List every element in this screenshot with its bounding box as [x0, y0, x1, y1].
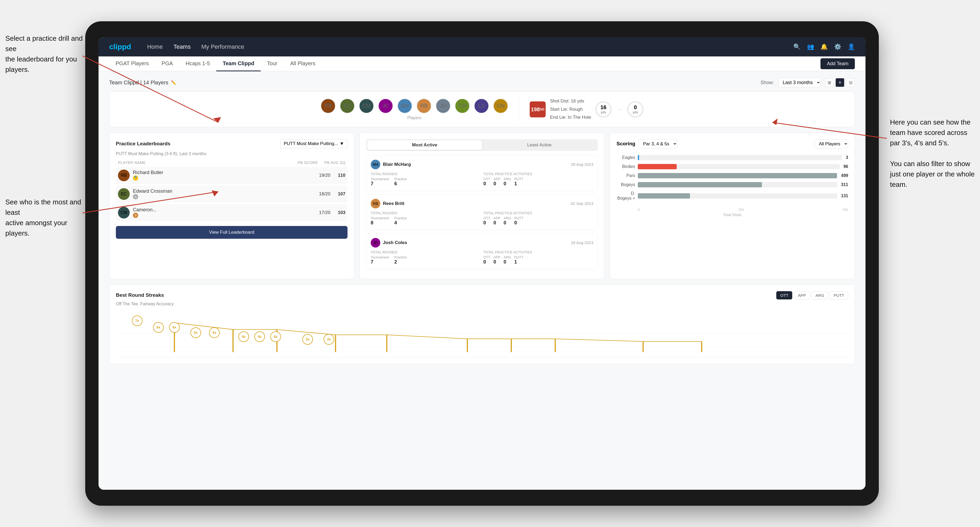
streak-btn-app[interactable]: APP [794, 291, 810, 300]
par-date-1: 26 Aug 2023 [571, 162, 593, 167]
player-avatar-10[interactable]: GN [493, 98, 508, 113]
player-avatar-7[interactable]: JH [436, 98, 450, 113]
player-avatar-5[interactable]: BM [397, 98, 412, 113]
brand-logo[interactable]: clippd [109, 43, 131, 51]
nav-my-performance[interactable]: My Performance [201, 43, 244, 50]
stats-grid-3: Total Rounds Tournament7 Practice2 Total… [371, 250, 593, 265]
bar-value-birdies: 96 [843, 164, 848, 169]
par-header-3: JC Josh Coles 26 Aug 2023 [371, 238, 593, 248]
player-avatars: RB EC CM JC BM RB JH TW LS GN [321, 98, 508, 113]
dist-circle-1: 16 yds [595, 102, 611, 117]
streak-btn-putt[interactable]: PUTT [830, 291, 848, 300]
players-section: RB EC CM JC BM RB JH TW LS GN Players [321, 98, 508, 120]
bar-fill-eagles [638, 155, 639, 160]
subnav-pga[interactable]: PGA [155, 56, 179, 71]
streaks-filter-btns: OTT APP ARG PUTT [776, 291, 848, 300]
lb-panel-header: Practice Leaderboards PUTT Must Make Put… [116, 139, 347, 148]
streak-dot-7: 4x [254, 332, 265, 342]
dist-circle-2: 0 yds [627, 102, 643, 117]
subnav-team-clippd[interactable]: Team Clippd [216, 56, 261, 71]
lb-avatar-2: EC [118, 188, 130, 200]
search-icon[interactable]: 🔍 [793, 43, 800, 50]
lb-player-row-2[interactable]: EC Edward Crossman ② 18/20 107 [116, 186, 347, 203]
list-view-icon[interactable]: ≡ [836, 78, 844, 87]
subnav-tour[interactable]: Tour [261, 56, 284, 71]
team-header: Team Clippd | 14 Players ✏️ Show: Last 3… [109, 78, 855, 87]
add-team-button[interactable]: Add Team [821, 58, 855, 69]
lb-avg-3: 103 [338, 210, 345, 215]
par-name-3: Josh Coles [383, 240, 407, 245]
player-avatar-8[interactable]: TW [455, 98, 470, 113]
player-avatar-3[interactable]: CM [359, 98, 374, 113]
stat-practice-3: Total Practice Activities OTT0 APP0 ARG0… [483, 250, 593, 265]
team-controls: Show: Last 3 months ⊞ ≡ ⊟ [760, 78, 855, 87]
subnav-hcaps[interactable]: Hcaps 1-5 [179, 56, 216, 71]
subnav-pgat[interactable]: PGAT Players [109, 56, 155, 71]
scoring-player-filter[interactable]: All Players [815, 139, 848, 149]
settings-icon[interactable]: ⚙️ [834, 43, 841, 50]
lb-name-2: Edward Crossman [133, 189, 316, 194]
lb-player-row-3[interactable]: CM Cameron... ③ 17/20 103 [116, 204, 347, 221]
lb-dropdown[interactable]: PUTT Must Make Putting... ▼ [280, 139, 347, 148]
scoring-par-filter[interactable]: Par 3, 4 & 5s [639, 139, 677, 149]
player-avatar-9[interactable]: LS [474, 98, 489, 113]
player-avatar-1[interactable]: RB [321, 98, 336, 113]
view-full-leaderboard-button[interactable]: View Full Leaderboard [116, 226, 347, 239]
tablet-frame: clippd Home Teams My Performance 🔍 👥 🔔 ⚙… [85, 21, 879, 506]
nav-teams[interactable]: Teams [173, 43, 191, 50]
streak-dot-8: 4x [270, 332, 281, 342]
par-name-1: Blair McHarg [383, 162, 411, 167]
user-icon[interactable]: 👤 [848, 43, 855, 50]
shot-distances: 16 yds → 0 yds [595, 102, 643, 117]
lb-title: Practice Leaderboards [116, 141, 170, 147]
par-avatar-2: RB [371, 199, 380, 208]
bar-row-pars: Pars 499 [616, 173, 848, 178]
lb-avg-2: 107 [338, 191, 345, 197]
annotation-left-bottom: See who is the most and leastactive amon… [5, 197, 85, 238]
medal-bronze-3: ③ [133, 213, 138, 218]
activity-row-3: JC Josh Coles 26 Aug 2023 Total Rounds T… [366, 233, 598, 269]
par-player-2: RB Rees Britt [371, 199, 404, 208]
bar-label-bogeys: Bogeys [616, 182, 635, 187]
lb-subtitle: PUTT Must Make Putting (3-6 ft), Last 3 … [116, 151, 347, 156]
nav-home[interactable]: Home [147, 43, 163, 50]
show-period-select[interactable]: Last 3 months [778, 78, 821, 87]
player-avatar-2[interactable]: EC [340, 98, 355, 113]
player-avatar-4[interactable]: JC [378, 98, 393, 113]
tab-least-active[interactable]: Least Active [482, 140, 597, 150]
subnav-all-players[interactable]: All Players [284, 56, 322, 71]
players-icon[interactable]: 👥 [807, 43, 814, 50]
edit-icon[interactable]: ✏️ [171, 80, 176, 85]
table-view-icon[interactable]: ⊟ [846, 78, 855, 87]
stat-practice-2: Total Practice Activities OTT0 APP0 ARG0… [483, 211, 593, 226]
streaks-header: Best Round Streaks OTT APP ARG PUTT [116, 291, 848, 300]
streak-btn-ott[interactable]: OTT [776, 291, 792, 300]
lb-player-row-1[interactable]: RB Richard Butler 🥇 19/20 110 [116, 167, 347, 184]
grid-view-icon[interactable]: ⊞ [825, 78, 834, 87]
shot-badge: 198 SG [530, 102, 546, 117]
annotation-left-top: Select a practice drill and seethe leade… [5, 33, 85, 75]
bell-icon[interactable]: 🔔 [821, 43, 828, 50]
streak-dot-9: 3x [302, 334, 313, 344]
shot-info: Shot Dist: 16 yds Start Lie: Rough End L… [550, 97, 591, 122]
bar-track-bogeys [638, 182, 837, 187]
tab-most-active[interactable]: Most Active [367, 140, 482, 150]
par-player-1: BM Blair McHarg [371, 160, 411, 169]
bar-value-pars: 499 [841, 173, 848, 178]
stats-grid-1: Total Rounds Tournament 7 Practice 6 [371, 172, 593, 187]
medal-silver-2: ② [133, 194, 138, 199]
practice-leaderboard-panel: Practice Leaderboards PUTT Must Make Put… [109, 133, 354, 279]
streak-dot-1: 7x [132, 316, 142, 326]
chart-x-axis: 0 200 400 [616, 206, 848, 211]
lb-name-3: Cameron... [133, 207, 316, 213]
bar-label-dbogeys: D. Bogeys + [616, 191, 635, 201]
bar-fill-bogeys [638, 182, 762, 187]
streak-dot-3: 6x [169, 322, 180, 333]
bar-label-pars: Pars [616, 173, 635, 178]
lb-name-1: Richard Butler [133, 170, 316, 175]
bar-track-birdies [638, 164, 840, 169]
streak-btn-arg[interactable]: ARG [811, 291, 828, 300]
streaks-panel: Best Round Streaks OTT APP ARG PUTT Off … [109, 284, 855, 364]
lb-score-3: 17/20 [319, 210, 331, 215]
player-avatar-6[interactable]: RB [417, 98, 431, 113]
